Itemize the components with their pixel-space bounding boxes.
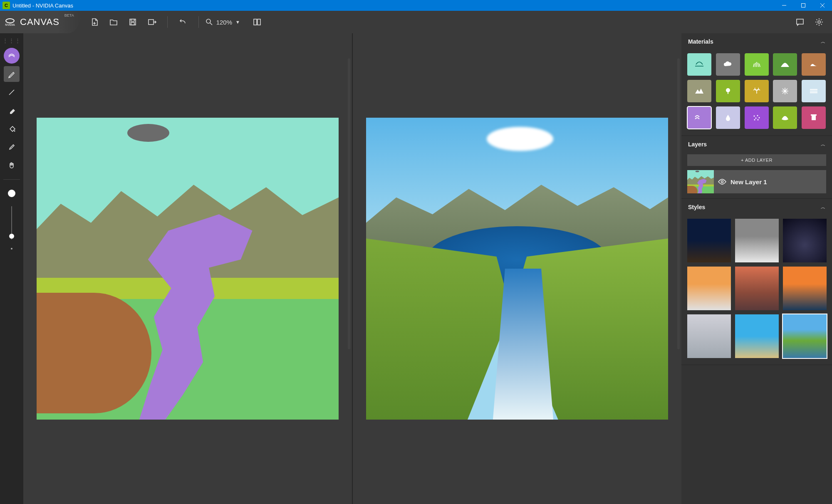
split-view-button[interactable] <box>250 15 264 29</box>
export-button[interactable] <box>145 15 159 29</box>
svg-rect-7 <box>131 19 134 21</box>
brush-size-min-indicator <box>11 248 12 250</box>
main-toolbar: NVIDIA CANVAS BETA 120% ▼ <box>0 11 832 33</box>
materials-section: Materials ︿ <box>681 33 832 136</box>
material-fog[interactable] <box>802 80 826 102</box>
svg-point-17 <box>14 131 15 132</box>
style-arch-stars[interactable] <box>783 219 827 262</box>
app-icon: C <box>2 2 10 9</box>
material-tree[interactable] <box>716 80 740 102</box>
layer-thumbnail <box>687 170 714 193</box>
style-sunset-clouds[interactable] <box>687 267 731 310</box>
fill-tool-button[interactable] <box>4 121 20 137</box>
render-panel <box>353 33 681 504</box>
style-lake-meadow[interactable] <box>783 314 827 358</box>
style-red-mountain[interactable] <box>735 267 779 310</box>
brush-size-preview <box>8 190 15 197</box>
style-snow-valley[interactable] <box>687 314 731 358</box>
layers-section: Layers ︿ + ADD LAYER New Layer 1 <box>681 136 832 199</box>
brush-size-slider[interactable] <box>11 206 12 240</box>
window-minimize-button[interactable] <box>775 0 794 11</box>
styles-header[interactable]: Styles ︿ <box>681 199 832 215</box>
settings-button[interactable] <box>812 15 826 29</box>
open-file-button[interactable] <box>106 15 121 29</box>
svg-point-25 <box>757 119 758 121</box>
material-sky[interactable] <box>687 53 711 76</box>
style-ocean-sunset[interactable] <box>783 267 827 310</box>
scrollbar[interactable] <box>677 58 680 349</box>
segmentation-panel <box>23 33 352 504</box>
material-hill[interactable] <box>773 53 797 76</box>
material-cloud[interactable] <box>716 53 740 76</box>
scrollbar[interactable] <box>348 58 350 349</box>
svg-rect-1 <box>802 4 805 7</box>
svg-point-28 <box>721 181 723 183</box>
style-cloudy-peak[interactable] <box>735 219 779 262</box>
material-color-indicator[interactable] <box>4 48 20 64</box>
svg-line-11 <box>210 23 212 25</box>
beta-tag: BETA <box>64 13 74 17</box>
layers-header[interactable]: Layers ︿ <box>681 136 832 153</box>
new-file-button[interactable] <box>87 15 102 29</box>
material-gravel[interactable] <box>745 106 769 129</box>
svg-point-22 <box>755 118 756 119</box>
style-beach-day[interactable] <box>735 314 779 358</box>
toolbar-separator <box>198 16 199 28</box>
grip-icon: ⋮⋮⋮ <box>2 37 21 44</box>
zoom-control[interactable]: 120% ▼ <box>201 15 244 29</box>
window-close-button[interactable] <box>813 0 832 11</box>
material-river[interactable] <box>716 106 740 129</box>
svg-rect-14 <box>797 19 803 24</box>
sidebar-divider <box>3 179 20 180</box>
material-bush[interactable] <box>745 80 769 102</box>
right-panel: Materials ︿ Layers ︿ + ADD LAYER New Lay… <box>681 33 832 504</box>
eyedropper-tool-button[interactable] <box>4 139 20 155</box>
material-stone[interactable] <box>773 106 797 129</box>
eraser-tool-button[interactable] <box>4 103 20 119</box>
brush-tool-button[interactable] <box>4 66 20 82</box>
chevron-up-icon: ︿ <box>821 204 825 210</box>
save-file-button[interactable] <box>126 15 140 29</box>
material-mountain[interactable] <box>687 80 711 102</box>
undo-button[interactable] <box>176 15 190 29</box>
svg-point-18 <box>726 88 730 92</box>
styles-section: Styles ︿ <box>681 199 832 365</box>
svg-rect-8 <box>131 22 134 25</box>
feedback-button[interactable] <box>793 15 807 29</box>
add-layer-button[interactable]: + ADD LAYER <box>687 154 826 166</box>
nvidia-logo: NVIDIA <box>4 16 16 28</box>
zoom-value: 120% <box>216 19 232 26</box>
svg-point-10 <box>206 19 210 23</box>
window-titlebar: C Untitled - NVIDIA Canvas <box>0 0 832 11</box>
app-name: CANVAS <box>20 17 59 27</box>
svg-rect-19 <box>728 92 728 94</box>
svg-rect-27 <box>811 114 817 116</box>
line-tool-button[interactable] <box>4 84 20 100</box>
svg-point-15 <box>818 21 820 23</box>
material-sea[interactable] <box>687 106 711 129</box>
layer-visibility-toggle[interactable] <box>714 178 730 185</box>
material-snow[interactable] <box>773 80 797 102</box>
render-canvas[interactable] <box>366 118 668 420</box>
chevron-up-icon: ︿ <box>821 141 825 148</box>
svg-rect-9 <box>149 20 154 25</box>
svg-line-16 <box>9 90 14 95</box>
svg-point-21 <box>757 115 758 116</box>
layer-name: New Layer 1 <box>730 178 767 185</box>
toolbar-separator <box>167 16 168 28</box>
layer-row[interactable]: New Layer 1 <box>687 170 826 193</box>
materials-header[interactable]: Materials ︿ <box>681 33 832 50</box>
tool-sidebar: ⋮⋮⋮ <box>0 33 23 504</box>
window-maximize-button[interactable] <box>794 0 813 11</box>
segmentation-canvas[interactable] <box>37 118 339 420</box>
style-night-desert[interactable] <box>687 219 731 262</box>
material-building[interactable] <box>802 106 826 129</box>
chevron-up-icon: ︿ <box>821 39 825 45</box>
window-title: Untitled - NVIDIA Canvas <box>12 2 73 9</box>
material-grass[interactable] <box>745 53 769 76</box>
material-dirt[interactable] <box>802 53 826 76</box>
pan-tool-button[interactable] <box>4 158 20 173</box>
svg-point-20 <box>753 116 755 117</box>
svg-point-23 <box>758 117 760 119</box>
svg-rect-13 <box>258 19 260 25</box>
